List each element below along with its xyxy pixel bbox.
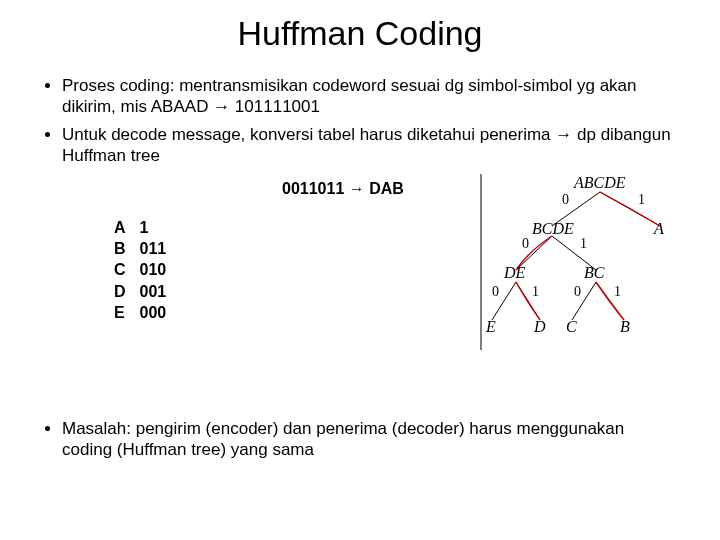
tree-node-c: C (566, 318, 577, 336)
bullet-item: Masalah: pengirim (encoder) dan penerima… (62, 418, 676, 461)
tree-bit: 1 (580, 236, 587, 252)
code-val: 001 (134, 282, 173, 301)
table-row: A 1 (108, 218, 172, 237)
tree-bit: 0 (574, 284, 581, 300)
tree-bit: 0 (522, 236, 529, 252)
tree-bit: 0 (492, 284, 499, 300)
tree-node-d: D (534, 318, 546, 336)
table-row: E 000 (108, 303, 172, 322)
code-sym: D (108, 282, 132, 301)
page-title: Huffman Coding (0, 0, 720, 75)
bullets-top: Proses coding: mentransmisikan codeword … (0, 75, 720, 166)
tree-bit: 1 (532, 284, 539, 300)
tree-node-de: DE (504, 264, 525, 282)
code-table: A 1 B 011 C 010 D 001 E 000 (106, 216, 174, 324)
code-val: 000 (134, 303, 173, 322)
table-row: D 001 (108, 282, 172, 301)
tree-bit: 1 (614, 284, 621, 300)
bullets-bottom: Masalah: pengirim (encoder) dan penerima… (0, 394, 720, 461)
tree-node-a: A (654, 220, 664, 238)
code-sym: A (108, 218, 132, 237)
tree-node-bc: BC (584, 264, 604, 282)
huffman-tree: ABCDE BCDE A DE BC E D C B 0 1 0 1 0 1 0… (480, 174, 700, 374)
table-row: B 011 (108, 239, 172, 258)
code-val: 011 (134, 239, 173, 258)
code-sym: E (108, 303, 132, 322)
tree-node-e: E (486, 318, 496, 336)
tree-node-b: B (620, 318, 630, 336)
code-val: 010 (134, 260, 173, 279)
bullet-item: Proses coding: mentransmisikan codeword … (62, 75, 676, 118)
bullet-item: Untuk decode message, konversi tabel har… (62, 124, 676, 167)
code-val: 1 (134, 218, 173, 237)
table-row: C 010 (108, 260, 172, 279)
mid-section: 0011011 → DAB A 1 B 011 C 010 D 001 E 00… (0, 180, 720, 394)
tree-bit: 0 (562, 192, 569, 208)
tree-node-bcde: BCDE (532, 220, 574, 238)
decode-example: 0011011 → DAB (282, 180, 404, 198)
code-sym: C (108, 260, 132, 279)
code-sym: B (108, 239, 132, 258)
tree-node-root: ABCDE (574, 174, 626, 192)
tree-bit: 1 (638, 192, 645, 208)
